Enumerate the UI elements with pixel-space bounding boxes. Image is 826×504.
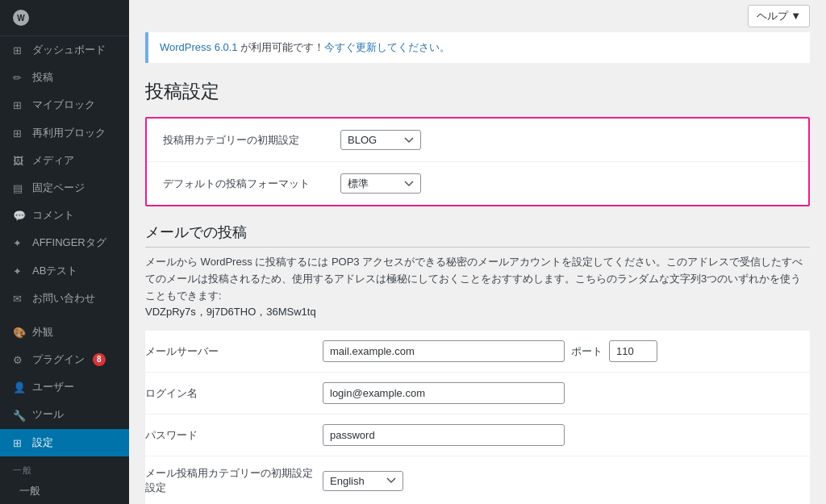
password-row: パスワード [145,414,810,456]
mail-server-control: ポート [323,340,657,362]
main-area: ヘルプ ▼ WordPress 6.0.1 が利用可能です！今すぐ更新してくださ… [129,0,826,504]
myblock-icon: ⊞ [13,98,26,111]
sidebar-item-affinger[interactable]: ✦ AFFINGERタグ [0,229,129,256]
writing-settings-box: 投稿用カテゴリーの初期設定 BLOG デフォルトの投稿フォーマット 標準 [145,117,810,206]
mail-category-control: English [323,471,403,491]
wp-version-link[interactable]: WordPress 6.0.1 [160,41,238,53]
category-label: 投稿用カテゴリーの初期設定 [163,133,340,148]
wp-logo-icon: W [13,10,29,26]
update-notice: WordPress 6.0.1 が利用可能です！今すぐ更新してください。 [145,32,810,63]
mail-server-row: メールサーバー ポート [145,331,810,373]
sidebar-item-contact[interactable]: ✉ お問い合わせ [0,285,129,312]
sidebar-item-myblock[interactable]: ⊞ マイブロック [0,91,129,119]
mail-server-label: メールサーバー [145,344,323,359]
sidebar-item-pages[interactable]: ▤ 固定ページ [0,174,129,202]
mail-section-desc: メールから WordPress に投稿するには POP3 アクセスができる秘密の… [145,254,810,321]
help-button[interactable]: ヘルプ ▼ [748,5,810,27]
sidebar-item-media[interactable]: 🖼 メディア [0,147,129,174]
random-codes: VDZpRy7s，9j7D6THO，36MSw1tq [145,306,316,318]
login-input[interactable] [323,382,565,404]
format-select[interactable]: 標準 [340,173,421,194]
settings-icon: ⊞ [13,436,26,449]
sidebar-item-reusable[interactable]: ⊞ 再利用ブロック [0,119,129,147]
sidebar-sub-general[interactable]: 一般 [0,480,129,502]
plugins-icon: ⚙ [13,353,26,366]
sidebar-brand: W [0,0,129,36]
password-control [323,424,565,446]
sidebar-item-users[interactable]: 👤 ユーザー [0,373,129,401]
format-label: デフォルトの投稿フォーマット [163,177,340,191]
category-row: 投稿用カテゴリーの初期設定 BLOG [147,119,808,162]
users-icon: 👤 [13,381,26,394]
tools-icon: 🔧 [13,409,26,422]
sidebar-item-abtest[interactable]: ✦ ABテスト [0,257,129,285]
password-input[interactable] [323,424,565,446]
sidebar-item-settings[interactable]: ⊞ 設定 [0,429,129,456]
content-area: WordPress 6.0.1 が利用可能です！今すぐ更新してください。 投稿設… [129,32,826,504]
plugins-badge: 8 [93,353,106,366]
posts-icon: ✏ [13,71,26,84]
contact-icon: ✉ [13,292,26,305]
category-select[interactable]: BLOG [340,130,421,150]
sidebar-item-plugins[interactable]: ⚙ プラグイン 8 [0,346,129,373]
sidebar-item-posts[interactable]: ✏ 投稿 [0,64,129,91]
mail-server-input[interactable] [323,340,565,362]
format-row: デフォルトの投稿フォーマット 標準 [147,162,808,205]
mail-section-title: メールでの投稿 [145,223,810,248]
login-row: ログイン名 [145,373,810,414]
page-title: 投稿設定 [145,76,810,104]
password-label: パスワード [145,428,323,443]
topbar: ヘルプ ▼ [129,0,826,32]
mail-category-row: メール投稿用カテゴリーの初期設定 設定 English [145,456,810,504]
reusable-icon: ⊞ [13,127,26,140]
pages-icon: ▤ [13,181,26,194]
mail-settings-table: メールサーバー ポート ログイン名 パスワード [145,331,810,504]
mail-category-select[interactable]: English [323,471,403,491]
media-icon: 🖼 [13,154,26,167]
sidebar-item-dashboard[interactable]: ⊞ ダッシュボード [0,36,129,64]
settings-section-label: 一般 [0,456,129,480]
comments-icon: 💬 [13,209,26,222]
login-label: ログイン名 [145,386,323,401]
sidebar: W ⊞ ダッシュボード ✏ 投稿 ⊞ マイブロック ⊞ 再利用ブロック 🖼 メデ… [0,0,129,504]
appearance-icon: 🎨 [13,326,26,339]
update-now-link[interactable]: 今すぐ更新してください。 [324,41,450,53]
affinger-icon: ✦ [13,236,26,249]
sidebar-item-tools[interactable]: 🔧 ツール [0,401,129,428]
port-input[interactable] [609,340,657,362]
sidebar-item-appearance[interactable]: 🎨 外観 [0,319,129,346]
notice-text: が利用可能です！ [238,41,325,53]
format-control: 標準 [340,173,792,194]
port-label: ポート [571,344,603,359]
sidebar-item-comments[interactable]: 💬 コメント [0,202,129,229]
category-control: BLOG [340,130,792,150]
abtest-icon: ✦ [13,264,26,277]
dashboard-icon: ⊞ [13,44,26,56]
mail-category-label: メール投稿用カテゴリーの初期設定 設定 [145,466,323,495]
login-control [323,382,565,404]
